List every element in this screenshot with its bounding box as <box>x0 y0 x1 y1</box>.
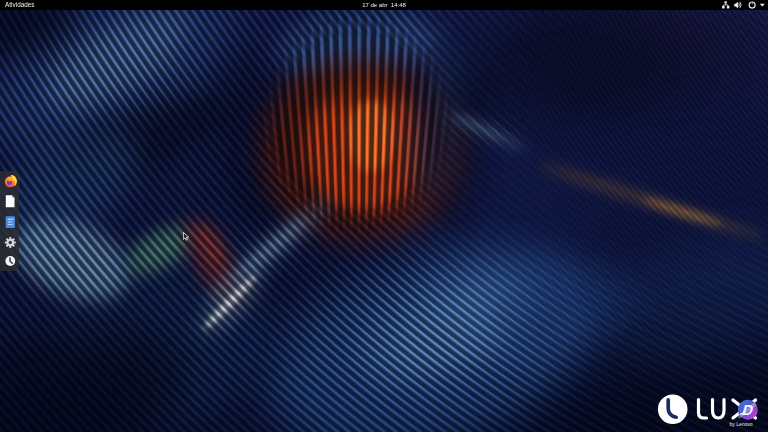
svg-text:by Lenovo: by Lenovo <box>730 421 753 427</box>
